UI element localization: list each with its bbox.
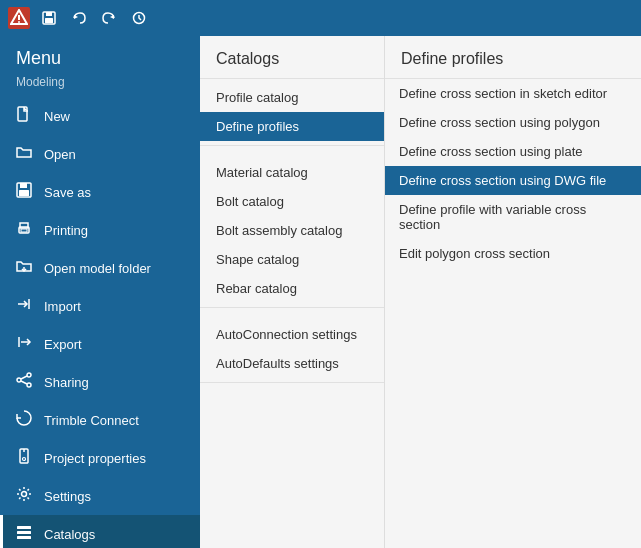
open-icon — [14, 143, 34, 165]
sidebar-item-import-label: Import — [44, 299, 81, 314]
sidebar-item-catalogs[interactable]: Catalogs — [0, 515, 200, 548]
sidebar-item-export-label: Export — [44, 337, 82, 352]
sidebar-item-sharing-label: Sharing — [44, 375, 89, 390]
catalogs-panel: Catalogs Profile catalog Define profiles… — [200, 36, 385, 548]
panel-item-autoconnection-settings[interactable]: AutoConnection settings — [200, 320, 384, 349]
sidebar-item-printing-label: Printing — [44, 223, 88, 238]
sidebar-subheader: Modeling — [0, 73, 200, 97]
catalogs-section-2: Material catalog Bolt catalog Bolt assem… — [200, 154, 384, 308]
sidebar-item-trimble-connect-label: Trimble Connect — [44, 413, 139, 428]
redo-icon[interactable] — [98, 7, 120, 29]
panel-item-bolt-assembly-catalog[interactable]: Bolt assembly catalog — [200, 216, 384, 245]
sidebar-item-open-label: Open — [44, 147, 76, 162]
svg-marker-7 — [110, 15, 114, 19]
profiles-item-plate[interactable]: Define cross section using plate — [385, 137, 641, 166]
svg-rect-4 — [46, 12, 52, 16]
svg-marker-6 — [74, 15, 78, 19]
catalogs-section-3: AutoConnection settings AutoDefaults set… — [200, 316, 384, 383]
svg-point-30 — [22, 492, 27, 497]
panel-item-material-catalog[interactable]: Material catalog — [200, 158, 384, 187]
sidebar-item-project-properties-label: Project properties — [44, 451, 146, 466]
svg-rect-15 — [20, 223, 28, 228]
sidebar-item-settings-label: Settings — [44, 489, 91, 504]
undo-icon[interactable] — [68, 7, 90, 29]
new-icon — [14, 105, 34, 127]
save-as-icon — [14, 181, 34, 203]
main-content: Menu Modeling New Open — [0, 36, 641, 548]
titlebar — [0, 0, 641, 36]
svg-rect-33 — [17, 536, 31, 539]
panel-item-profile-catalog[interactable]: Profile catalog — [200, 83, 384, 112]
profiles-item-sketch[interactable]: Define cross section in sketch editor — [385, 79, 641, 108]
svg-rect-12 — [20, 183, 27, 188]
profiles-panel-header: Define profiles — [385, 36, 641, 79]
catalogs-section-1: Profile catalog Define profiles — [200, 79, 384, 146]
panel-item-bolt-catalog[interactable]: Bolt catalog — [200, 187, 384, 216]
sidebar-item-export[interactable]: Export — [0, 325, 200, 363]
history-icon[interactable] — [128, 7, 150, 29]
app-logo — [8, 7, 30, 29]
svg-point-23 — [27, 373, 31, 377]
sidebar-item-settings[interactable]: Settings — [0, 477, 200, 515]
profiles-item-dwg[interactable]: Define cross section using DWG file — [385, 166, 641, 195]
catalogs-panel-header: Catalogs — [200, 36, 384, 79]
sidebar-item-printing[interactable]: Printing — [0, 211, 200, 249]
svg-point-24 — [27, 383, 31, 387]
project-properties-icon — [14, 447, 34, 469]
profiles-item-polygon[interactable]: Define cross section using polygon — [385, 108, 641, 137]
sidebar-item-catalogs-label: Catalogs — [44, 527, 95, 542]
svg-point-28 — [23, 458, 26, 461]
profiles-panel: Define profiles Define cross section in … — [385, 36, 641, 548]
sidebar-item-sharing[interactable]: Sharing — [0, 363, 200, 401]
sidebar-item-open-model-folder-label: Open model folder — [44, 261, 151, 276]
catalogs-icon — [14, 523, 34, 545]
settings-icon — [14, 485, 34, 507]
open-model-folder-icon — [14, 257, 34, 279]
svg-point-2 — [18, 21, 20, 23]
sidebar: Menu Modeling New Open — [0, 36, 200, 548]
sidebar-item-import[interactable]: Import — [0, 287, 200, 325]
sidebar-item-save-as-label: Save as — [44, 185, 91, 200]
svg-rect-32 — [17, 531, 31, 534]
import-icon — [14, 295, 34, 317]
sidebar-item-save-as[interactable]: Save as — [0, 173, 200, 211]
svg-line-25 — [21, 376, 27, 379]
printing-icon — [14, 219, 34, 241]
svg-rect-31 — [17, 526, 31, 529]
export-icon — [14, 333, 34, 355]
profiles-item-edit-polygon[interactable]: Edit polygon cross section — [385, 239, 641, 268]
svg-rect-16 — [21, 229, 27, 232]
sidebar-item-open[interactable]: Open — [0, 135, 200, 173]
panel-item-rebar-catalog[interactable]: Rebar catalog — [200, 274, 384, 303]
sidebar-header: Menu — [0, 36, 200, 73]
panel-item-define-profiles[interactable]: Define profiles — [200, 112, 384, 141]
sharing-icon — [14, 371, 34, 393]
panel-item-autodefaults-settings[interactable]: AutoDefaults settings — [200, 349, 384, 378]
sidebar-item-trimble-connect[interactable]: Trimble Connect — [0, 401, 200, 439]
panel-item-shape-catalog[interactable]: Shape catalog — [200, 245, 384, 274]
profiles-item-variable[interactable]: Define profile with variable cross secti… — [385, 195, 641, 239]
svg-rect-5 — [45, 18, 53, 23]
save-icon[interactable] — [38, 7, 60, 29]
svg-point-22 — [17, 378, 21, 382]
sidebar-item-project-properties[interactable]: Project properties — [0, 439, 200, 477]
svg-rect-13 — [19, 190, 29, 196]
sidebar-item-new-label: New — [44, 109, 70, 124]
sidebar-item-open-model-folder[interactable]: Open model folder — [0, 249, 200, 287]
trimble-connect-icon — [14, 409, 34, 431]
svg-line-26 — [21, 381, 27, 384]
sidebar-item-new[interactable]: New — [0, 97, 200, 135]
